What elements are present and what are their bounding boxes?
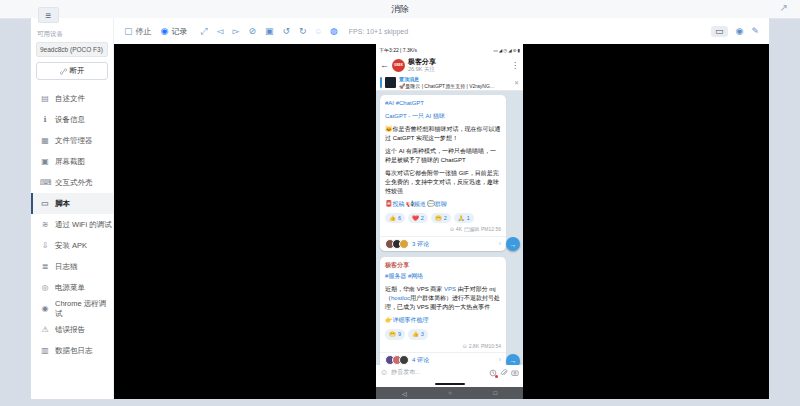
sidebar-item-6[interactable]: ≋通过 WiFi 的调试 (31, 214, 113, 235)
message-text: 每次对话它都会附带一张猫 GIF，目前是完全免费的，支持中文对话，反应迅速，趣味… (385, 170, 499, 194)
share-button[interactable]: → (506, 237, 520, 251)
stop-icon: ▢ (124, 27, 133, 36)
comments-footer[interactable]: 3 评论› (380, 236, 506, 252)
phone-screen[interactable]: 下午3:22 | 7.3K/s ▭◢◷◢⊘▮ ← GEEK 极客分享 26.9K… (376, 44, 523, 399)
stop-button[interactable]: ▢ 停止 (124, 26, 152, 37)
reaction-pill[interactable]: 👍6 (385, 213, 405, 223)
channel-avatar[interactable]: GEEK (392, 59, 405, 72)
reaction-pill[interactable]: 🙏1 (454, 213, 474, 223)
record-icon: ◉ (161, 27, 169, 36)
message-link[interactable]: 📮投稿 (385, 201, 405, 207)
message-link[interactable]: 详细事件梳理 (393, 317, 429, 323)
notification-dot (495, 375, 498, 378)
message-link[interactable]: hostloc (391, 295, 410, 301)
nav-back-icon[interactable]: ◁ (402, 390, 407, 397)
fullscreen-icon[interactable]: ⤢ (200, 27, 207, 36)
chevron-right-icon: › (499, 355, 501, 365)
sidebar-item-4[interactable]: ⌨交互式外壳 (31, 172, 113, 193)
share-button[interactable]: → (506, 354, 520, 366)
pencil-icon[interactable]: ✎ (751, 27, 759, 36)
message-link[interactable]: #服务器 #网络 (385, 273, 423, 279)
available-devices-label: 可用设备 (31, 30, 113, 42)
comments-footer[interactable]: 4 评论› (380, 352, 506, 365)
rotate-left-icon[interactable]: ↺ (282, 27, 290, 36)
sidebar-item-11[interactable]: ⚠错误报告 (31, 319, 113, 340)
chat-area: #AI #ChatGPTCatGPT - 一只 AI 猫咪🐱你是否曾经想和猫咪对… (376, 91, 523, 365)
composer-bar[interactable]: ☺ 静音发布... (376, 365, 523, 380)
signal-icon: ◢ (508, 48, 511, 53)
sidebar-toggle-button[interactable]: ≡ (38, 7, 59, 23)
message-link[interactable]: VPS (444, 286, 456, 292)
message-link[interactable]: CatGPT - 一只 AI 猫咪 (385, 113, 445, 119)
battery-icon: ▮ (518, 48, 520, 53)
screenshot-icon[interactable]: ▣ (265, 27, 274, 36)
message-paragraph: 📮投稿 📢频道 💬群聊 (385, 200, 501, 209)
emoji-icon[interactable]: ☺ (380, 368, 388, 377)
disconnect-button[interactable]: 断开 (36, 62, 108, 80)
sidebar-item-0[interactable]: ▤自述文件 (31, 88, 113, 109)
reaction-count: 2 (444, 214, 447, 222)
message-bubble[interactable]: 极客分享#服务器 #网络近期，华南 VPS 商家 VPS 由于对部分 mj（ho… (380, 257, 506, 365)
torch-on-icon[interactable]: ◍ (330, 27, 338, 36)
sidebar-item-label: 自述文件 (55, 94, 85, 104)
sidebar-item-1[interactable]: ℹ设备信息 (31, 109, 113, 130)
message-link[interactable]: #AI #ChatGPT (385, 100, 424, 106)
record-label: 记录 (171, 26, 187, 37)
gesture-bar[interactable] (435, 383, 465, 385)
touch-mode-icon[interactable]: ◉ (736, 27, 744, 36)
rotate-right-icon[interactable]: ↻ (299, 27, 307, 36)
sidebar-item-12[interactable]: ▥数据包日志 (31, 340, 113, 361)
message-paragraph: 这个 AI 有两种模式，一种只会喵喵喵，一种是被赋予了猫咪的 ChatGPT (385, 147, 501, 165)
sidebar-item-10[interactable]: ◉Chrome 远程调试 (31, 298, 113, 319)
channel-title-box[interactable]: 极客分享 26.9K 关注 (408, 58, 508, 73)
message-channel-name: 极客分享 (385, 261, 501, 270)
message-meta: ⊙2.8KPM10:54 (385, 343, 501, 351)
sidebar-item-9[interactable]: ◎电源菜单 (31, 277, 113, 298)
reaction-emoji: 😁 (435, 214, 442, 222)
torch-off-icon[interactable]: ◌ (316, 27, 321, 36)
message-paragraph: #服务器 #网络 (385, 272, 501, 281)
sidebar-item-label: 电源菜单 (55, 283, 85, 293)
external-link-icon[interactable]: ↗ (780, 2, 788, 13)
sidebar-item-5[interactable]: ▭脚本 (31, 193, 113, 214)
scrcpy-toolbar: ▢ 停止 ◉ 记录 ⤢◅▻⊘▣↺↻◌◍ FPS: 10+1 skipped ▭◉… (114, 18, 769, 44)
back-icon[interactable]: ← (380, 60, 389, 70)
message-bubble[interactable]: #AI #ChatGPTCatGPT - 一只 AI 猫咪🐱你是否曾经想和猫咪对… (380, 95, 506, 251)
pinned-message-bar[interactable]: 置顶消息 🚀曼隆云 | ChatGPT原生支持 | V2rayNG… ✕ (376, 75, 523, 91)
volume-up-icon[interactable]: ▻ (233, 27, 240, 36)
reaction-pill[interactable]: 👍3 (408, 329, 428, 339)
reaction-pill[interactable]: 😁9 (385, 329, 405, 339)
sidebar-item-7[interactable]: ⇩安装 APK (31, 235, 113, 256)
channel-subscribers: 26.9K 关注 (408, 66, 508, 73)
pinned-close-icon[interactable]: ✕ (514, 79, 519, 86)
stop-label: 停止 (136, 26, 152, 37)
sidebar-item-2[interactable]: ▦文件管理器 (31, 130, 113, 151)
reaction-pill[interactable]: 😁2 (431, 213, 451, 223)
message-link[interactable]: 💬群聊 (427, 201, 447, 207)
nav-recents-icon[interactable]: □ (493, 390, 497, 396)
window-title-bar: 消除 ↗ (0, 0, 800, 19)
toolbar-icon-group: ⤢◅▻⊘▣↺↻◌◍ (200, 27, 337, 36)
sidebar-item-8[interactable]: ≣日志猫 (31, 256, 113, 277)
composer-placeholder[interactable]: 静音发布... (391, 368, 486, 377)
power-icon: ◎ (40, 283, 50, 292)
phone-status-bar: 下午3:22 | 7.3K/s ▭◢◷◢⊘▮ (376, 44, 523, 55)
display-mode-icon[interactable]: ▭ (711, 26, 728, 37)
camera-icon[interactable] (511, 369, 519, 377)
mirror-canvas: 下午3:22 | 7.3K/s ▭◢◷◢⊘▮ ← GEEK 极客分享 26.9K… (114, 44, 769, 399)
views-count: 2.8K (469, 343, 479, 351)
message-link[interactable]: 📢频道 (406, 201, 426, 207)
attach-icon[interactable] (500, 369, 508, 377)
chevron-right-icon: › (499, 239, 501, 250)
mute-icon[interactable]: ⊘ (248, 27, 256, 36)
device-info-icon: ℹ (40, 115, 50, 124)
schedule-icon[interactable] (489, 369, 497, 377)
kebab-menu-icon[interactable]: ⋮ (511, 61, 519, 70)
sidebar-item-3[interactable]: ▣屏幕截图 (31, 151, 113, 172)
record-toggle[interactable]: ◉ 记录 (161, 26, 188, 37)
share-arrow-icon: → (510, 241, 517, 248)
device-select[interactable]: 9eadc8cb (POCO F3) (36, 42, 108, 57)
reaction-pill[interactable]: ❤️2 (408, 213, 428, 223)
volume-down-icon[interactable]: ◅ (217, 27, 224, 36)
nav-home-icon[interactable]: ○ (448, 390, 452, 396)
